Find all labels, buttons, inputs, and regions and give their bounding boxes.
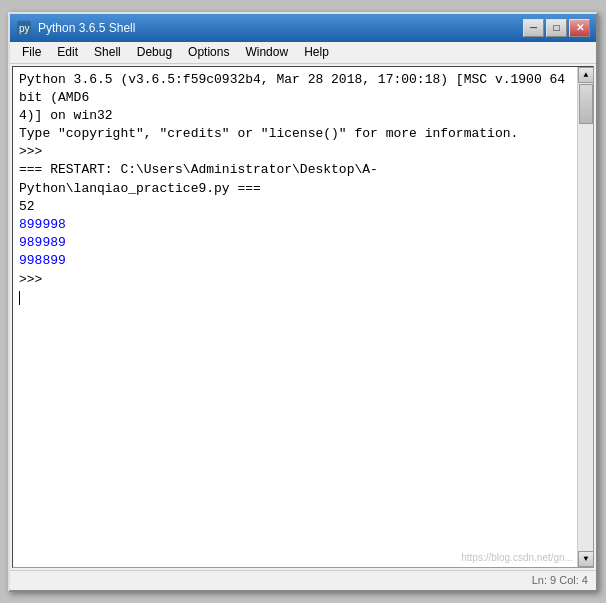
terminal-line: 4)] on win32 (19, 107, 587, 125)
status-bar: Ln: 9 Col: 4 (10, 570, 596, 590)
terminal-line: >>> (19, 271, 587, 289)
terminal-line: 899998 (19, 216, 587, 234)
vertical-scrollbar[interactable]: ▲ ▼ (577, 67, 593, 567)
menu-window[interactable]: Window (237, 43, 296, 61)
menu-debug[interactable]: Debug (129, 43, 180, 61)
close-button[interactable]: ✕ (569, 19, 590, 37)
cursor-position: Ln: 9 Col: 4 (532, 574, 588, 586)
app-icon: py (16, 20, 32, 36)
terminal-line: === RESTART: C:\Users\Administrator\Desk… (19, 161, 587, 197)
scroll-thumb[interactable] (579, 84, 593, 124)
scroll-up-button[interactable]: ▲ (578, 67, 594, 83)
window-title: Python 3.6.5 Shell (38, 21, 523, 35)
menu-options[interactable]: Options (180, 43, 237, 61)
terminal-line: Python 3.6.5 (v3.6.5:f59c0932b4, Mar 28 … (19, 71, 587, 107)
terminal-line: 52 (19, 198, 587, 216)
scroll-down-button[interactable]: ▼ (578, 551, 594, 567)
menu-file[interactable]: File (14, 43, 49, 61)
minimize-button[interactable]: ─ (523, 19, 544, 37)
svg-text:py: py (19, 23, 30, 34)
menu-shell[interactable]: Shell (86, 43, 129, 61)
terminal-line: Type "copyright", "credits" or "license(… (19, 125, 587, 143)
maximize-button[interactable]: □ (546, 19, 567, 37)
main-window: py Python 3.6.5 Shell ─ □ ✕ File Edit Sh… (8, 12, 598, 592)
terminal-line: 989989 (19, 234, 587, 252)
cursor (19, 291, 20, 305)
menu-bar: File Edit Shell Debug Options Window Hel… (10, 42, 596, 64)
window-controls: ─ □ ✕ (523, 19, 590, 37)
title-bar: py Python 3.6.5 Shell ─ □ ✕ (10, 14, 596, 42)
terminal-line: >>> (19, 143, 587, 161)
terminal[interactable]: Python 3.6.5 (v3.6.5:f59c0932b4, Mar 28 … (13, 67, 593, 567)
menu-help[interactable]: Help (296, 43, 337, 61)
scroll-track[interactable] (578, 83, 593, 551)
terminal-line: 998899 (19, 252, 587, 270)
content-area: Python 3.6.5 (v3.6.5:f59c0932b4, Mar 28 … (12, 66, 594, 568)
menu-edit[interactable]: Edit (49, 43, 86, 61)
watermark: https://blog.csdn.net/gn... (461, 552, 573, 563)
